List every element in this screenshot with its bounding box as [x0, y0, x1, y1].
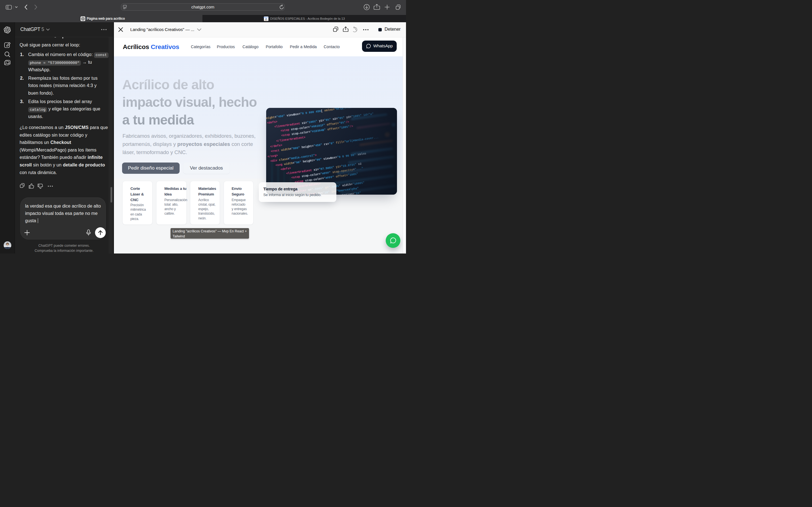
svg-text:ACRILICOS: ACRILICOS: [264, 17, 269, 18]
svg-text:B13: B13: [265, 19, 267, 21]
